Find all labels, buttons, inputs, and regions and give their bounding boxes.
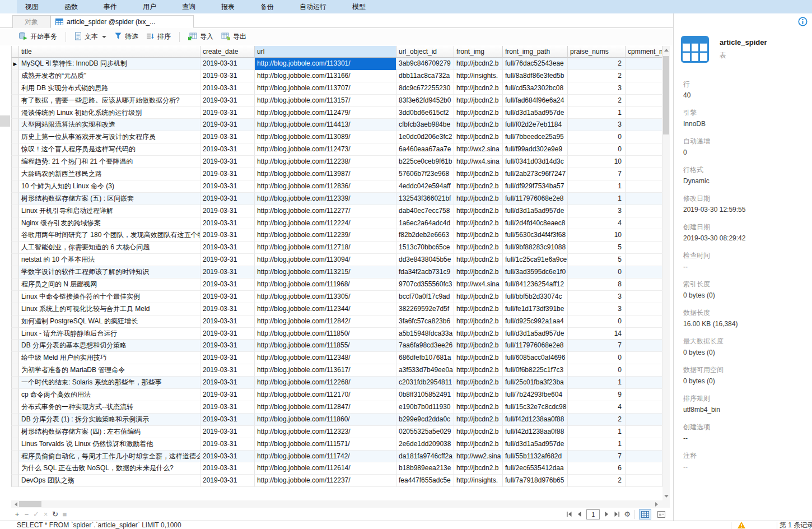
- cell-praise_nums[interactable]: 4: [568, 217, 626, 230]
- cell-create_date[interactable]: 2019-03-31: [200, 451, 255, 463]
- cell-create_date[interactable]: 2019-03-31: [200, 438, 255, 451]
- cell-create_date[interactable]: 2019-03-31: [200, 401, 255, 414]
- cell-praise_nums[interactable]: 3: [568, 119, 626, 131]
- cell-url_object_id[interactable]: 6a460eaa67aa7e: [396, 143, 454, 156]
- cell-front_img_path[interactable]: full/f42d1238aa0f88: [503, 426, 568, 438]
- cell-cpmment[interactable]: [626, 58, 662, 70]
- cell-url[interactable]: http://blog.jobbole.com/112847/: [255, 401, 396, 414]
- cell-create_date[interactable]: 2019-03-31: [200, 156, 255, 168]
- cell-front_img[interactable]: http://insights.: [454, 475, 503, 487]
- cell-title[interactable]: 惊叹！这个盲人程序员是这样写代码的: [19, 143, 200, 156]
- cell-create_date[interactable]: 2019-03-31: [200, 414, 255, 426]
- row-selector[interactable]: [11, 217, 19, 230]
- table-row[interactable]: DB 分库分表的基本思想和切分策略2019-03-31http://blog.j…: [11, 340, 663, 352]
- cell-front_img[interactable]: http://insights.: [454, 70, 503, 82]
- table-row[interactable]: 成熟开发者的“元品质”2019-03-31http://blog.jobbole…: [11, 70, 663, 82]
- cell-create_date[interactable]: 2019-03-31: [200, 82, 255, 95]
- cell-front_img_path[interactable]: full/0f6b8225c1f7c3: [503, 364, 568, 377]
- cell-create_date[interactable]: 2019-03-31: [200, 217, 255, 230]
- cell-url_object_id[interactable]: a3f533d7b49ee0a: [396, 364, 454, 377]
- cell-title[interactable]: cp 命令两个高效的用法: [19, 389, 200, 401]
- cell-cpmment[interactable]: [626, 205, 662, 217]
- cell-title[interactable]: 利用 DB 实现分布式锁的思路: [19, 82, 200, 95]
- cell-praise_nums[interactable]: 2: [568, 58, 626, 70]
- row-selector[interactable]: [11, 426, 19, 438]
- cell-cpmment[interactable]: [626, 254, 662, 266]
- cell-create_date[interactable]: 2019-03-31: [200, 205, 255, 217]
- cell-create_date[interactable]: 2019-03-31: [200, 107, 255, 119]
- cell-url[interactable]: http://blog.jobbole.com/113089/: [255, 131, 396, 143]
- cell-url[interactable]: http://blog.jobbole.com/114413/: [255, 119, 396, 131]
- cell-praise_nums[interactable]: 5: [568, 242, 626, 254]
- cell-title[interactable]: DB 分库分表的基本思想和切分策略: [19, 340, 200, 352]
- cell-front_img_path[interactable]: full/1c25ca91e6a9ce: [503, 254, 568, 266]
- cell-title[interactable]: 谷歌用两年时间研究了 180 个团队，发现高效团队有这五个特征: [19, 229, 200, 242]
- row-selector[interactable]: [11, 193, 19, 205]
- sort-button[interactable]: 排序: [142, 30, 175, 43]
- cell-url[interactable]: http://blog.jobbole.com/111860/: [255, 414, 396, 426]
- cell-title[interactable]: 学数字设计的软件工程师该了解的时钟知识: [19, 266, 200, 279]
- cell-cpmment[interactable]: [626, 364, 662, 377]
- cell-front_img_path[interactable]: full/117976068e2e8: [503, 193, 568, 205]
- table-row[interactable]: 程序员偷偷自动化，每周才工作几小时却拿全薪，这样道德么?2019-03-31ht…: [11, 451, 663, 463]
- cell-title[interactable]: 大型网站限流算法的实现和改造: [19, 119, 200, 131]
- cell-url[interactable]: http://blog.jobbole.com/112239/: [255, 229, 396, 242]
- splitter-handle[interactable]: [0, 115, 10, 127]
- table-row[interactable]: 一个时代的结束: Solaris 系统的那些年，那些事2019-03-31htt…: [11, 377, 663, 389]
- cell-cpmment[interactable]: [626, 143, 662, 156]
- table-row[interactable]: Linux 中命令链接操作符的十个最佳实例2019-03-31http://bl…: [11, 291, 663, 303]
- cell-cpmment[interactable]: [626, 217, 662, 230]
- cell-cpmment[interactable]: [626, 107, 662, 119]
- horizontal-scrollbar[interactable]: [11, 500, 670, 508]
- row-selector[interactable]: [11, 279, 19, 291]
- menu-item[interactable]: 视图: [12, 0, 52, 13]
- row-selector[interactable]: [11, 168, 19, 180]
- cell-praise_nums[interactable]: 3: [568, 82, 626, 95]
- table-row[interactable]: 大型网站限流算法的实现和改造2019-03-31http://blog.jobb…: [11, 119, 663, 131]
- column-header-cpmment[interactable]: cpmment_nu: [626, 46, 662, 58]
- row-selector[interactable]: ▶: [11, 58, 19, 70]
- cell-create_date[interactable]: 2019-03-31: [200, 131, 255, 143]
- cell-url_object_id[interactable]: dab40ec7ecc758: [396, 205, 454, 217]
- cell-url[interactable]: http://blog.jobbole.com/112339/: [255, 193, 396, 205]
- next-page-button[interactable]: [604, 511, 610, 517]
- cell-front_img[interactable]: http://jbcdn2.b: [454, 95, 503, 107]
- begin-transaction-button[interactable]: 开始事务: [15, 30, 61, 44]
- cell-front_img[interactable]: http://wx2.sina: [454, 143, 503, 156]
- cell-url_object_id[interactable]: b18b989eea213e: [396, 462, 454, 475]
- cell-front_img_path[interactable]: full/f02d2e7eb1184: [503, 119, 568, 131]
- cell-create_date[interactable]: 2019-03-31: [200, 279, 255, 291]
- cell-url_object_id[interactable]: da181fa9746cff2a: [396, 451, 454, 463]
- cell-front_img_path[interactable]: full/f99add302e9e9: [503, 143, 568, 156]
- cell-cpmment[interactable]: [626, 352, 662, 364]
- cell-url[interactable]: http://blog.jobbole.com/113305/: [255, 291, 396, 303]
- cell-cpmment[interactable]: [626, 193, 662, 205]
- row-selector[interactable]: [11, 340, 19, 352]
- cell-front_img[interactable]: http://jbcdn2.b: [454, 58, 503, 70]
- table-row[interactable]: Linux - 请允许我静静地后台运行2019-03-31http://blog…: [11, 328, 663, 340]
- cell-cpmment[interactable]: [626, 414, 662, 426]
- cell-cpmment[interactable]: [626, 303, 662, 315]
- table-row[interactable]: 谷歌用两年时间研究了 180 个团队，发现高效团队有这五个特征2019-03-3…: [11, 229, 663, 242]
- cell-create_date[interactable]: 2019-03-31: [200, 58, 255, 70]
- table-row[interactable]: 程序员之间的 N 层鄙视网2019-03-31http://blog.jobbo…: [11, 279, 663, 291]
- cell-praise_nums[interactable]: 1: [568, 107, 626, 119]
- cell-cpmment[interactable]: [626, 462, 662, 475]
- cell-url[interactable]: http://blog.jobbole.com/112479/: [255, 107, 396, 119]
- cell-praise_nums[interactable]: 10: [568, 229, 626, 242]
- table-row[interactable]: 为初学者准备的 MariaDB 管理命令2019-03-31http://blo…: [11, 364, 663, 377]
- cell-title[interactable]: 大龄码农的新西兰移民之路: [19, 168, 200, 180]
- cell-cpmment[interactable]: [626, 242, 662, 254]
- scroll-right-icon[interactable]: [655, 502, 658, 507]
- row-selector[interactable]: [11, 401, 19, 414]
- cell-cpmment[interactable]: [626, 279, 662, 291]
- add-record-button[interactable]: +: [12, 508, 22, 521]
- row-selector[interactable]: [11, 254, 19, 266]
- cell-front_img_path[interactable]: full/fe1d173df391be: [503, 303, 568, 315]
- cell-cpmment[interactable]: [626, 475, 662, 487]
- scroll-up-icon[interactable]: [664, 49, 669, 52]
- cell-front_img[interactable]: http://jbcdn2.b: [454, 377, 503, 389]
- cell-title[interactable]: 10 个鲜为人知的 Linux 命令 (3): [19, 180, 200, 193]
- cell-praise_nums[interactable]: 1: [568, 180, 626, 193]
- cell-praise_nums[interactable]: 4: [568, 401, 626, 414]
